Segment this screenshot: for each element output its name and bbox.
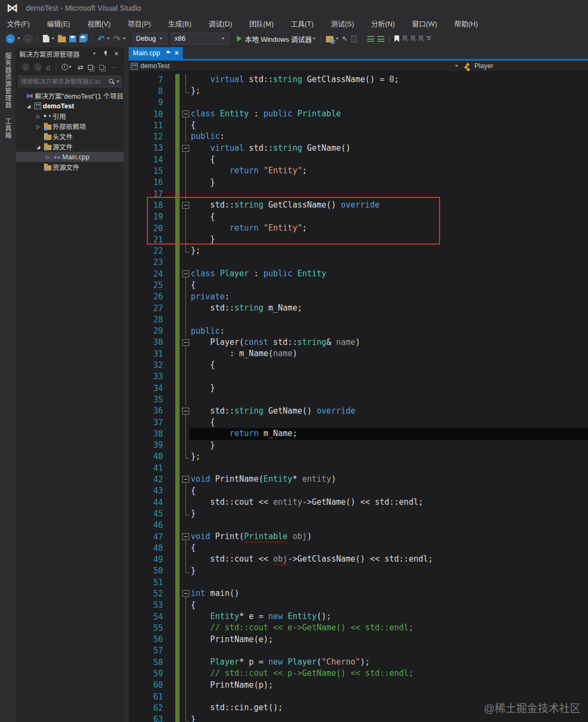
code-line-33[interactable]: 33 <box>129 371 588 382</box>
code-text[interactable]: std::cout << obj->GetClassName() << std:… <box>190 554 588 565</box>
code-line-26[interactable]: 26private: <box>129 291 588 303</box>
pin-icon[interactable] <box>166 50 171 56</box>
code-line-25[interactable]: 25{ <box>129 279 588 291</box>
code-text[interactable]: public: <box>190 131 588 142</box>
open-file-icon[interactable] <box>58 36 66 42</box>
collapsed-twisty-icon[interactable]: ▷ <box>34 124 42 129</box>
previous-bookmark-icon[interactable] <box>403 35 407 42</box>
project-scope-dropdown[interactable]: demoTest <box>129 61 460 71</box>
code-line-7[interactable]: 7 virtual std::string GetClassName() = 0… <box>129 74 588 85</box>
navigate-back-icon[interactable]: ← <box>6 34 15 43</box>
code-line-9[interactable]: 9 <box>129 97 588 108</box>
code-text[interactable]: PrintName(p); <box>190 680 588 691</box>
collapse-icon[interactable]: − <box>182 202 189 209</box>
code-line-14[interactable]: 14 { <box>129 154 588 165</box>
tree-item-source-files[interactable]: ◢源文件 <box>16 142 124 152</box>
pin-icon[interactable] <box>101 49 110 58</box>
undo-icon[interactable]: ↶ <box>98 34 105 43</box>
code-line-16[interactable]: 16 } <box>129 177 588 188</box>
code-line-15[interactable]: 15 return "Entity"; <box>129 165 588 176</box>
uncomment-selection-icon[interactable] <box>377 36 384 42</box>
code-line-42[interactable]: 42−void PrintName(Entity* entity) <box>129 474 588 485</box>
collapse-icon[interactable]: − <box>182 476 189 483</box>
code-line-34[interactable]: 34 } <box>129 382 588 394</box>
code-text[interactable]: int main() <box>190 588 588 599</box>
tree-item-main-cpp[interactable]: ▷++Main.cpp <box>16 152 124 162</box>
code-line-53[interactable]: 53{ <box>129 600 588 611</box>
save-all-icon[interactable] <box>79 35 86 42</box>
chevron-down-icon[interactable] <box>107 38 110 40</box>
code-line-57[interactable]: 57 <box>129 645 588 657</box>
code-text[interactable] <box>190 314 588 325</box>
code-line-39[interactable]: 39 } <box>129 440 588 451</box>
collapsed-twisty-icon[interactable]: ▷ <box>34 114 42 119</box>
new-file-icon[interactable] <box>43 35 49 42</box>
code-line-59[interactable]: 59 // std::cout << p->GetName() << std::… <box>129 668 588 679</box>
menu-build[interactable]: 生成(B) <box>163 17 196 30</box>
code-line-56[interactable]: 56 PrintName(e); <box>129 634 588 645</box>
comment-selection-icon[interactable] <box>367 36 374 42</box>
code-text[interactable]: private: <box>190 291 588 303</box>
paste-icon[interactable] <box>351 35 357 42</box>
code-line-18[interactable]: 18− std::string GetClassName() override <box>129 200 588 211</box>
home-icon[interactable]: ⌂ <box>46 62 50 72</box>
code-text[interactable]: } <box>190 177 588 188</box>
code-text[interactable] <box>190 577 588 588</box>
code-line-45[interactable]: 45} <box>129 508 588 519</box>
code-text[interactable] <box>190 520 588 531</box>
fold-region-start[interactable]: − <box>182 108 190 120</box>
code-text[interactable]: std::cout << entity->GetName() << std::e… <box>190 497 588 508</box>
code-line-12[interactable]: 12public: <box>129 131 588 142</box>
collapse-icon[interactable]: − <box>182 110 189 117</box>
chevron-down-icon[interactable] <box>123 38 126 40</box>
code-line-41[interactable]: 41 <box>129 462 588 474</box>
fold-region-start[interactable]: − <box>182 200 190 211</box>
code-line-23[interactable]: 23 <box>129 257 588 268</box>
code-line-55[interactable]: 55 // std::cout << e->GetName() << std::… <box>129 622 588 633</box>
menu-help[interactable]: 帮助(H) <box>449 17 482 30</box>
code-line-50[interactable]: 50} <box>129 565 588 577</box>
menu-tools[interactable]: 工具(T) <box>286 17 319 30</box>
close-icon[interactable]: × <box>112 49 121 58</box>
fold-region-start[interactable]: − <box>182 588 190 599</box>
code-line-29[interactable]: 29public: <box>129 326 588 337</box>
code-line-11[interactable]: 11{ <box>129 120 588 131</box>
redo-icon[interactable]: ↷ <box>113 34 120 43</box>
code-line-10[interactable]: 10−class Entity : public Printable <box>129 108 588 120</box>
menu-file[interactable]: 文件(F) <box>2 17 35 30</box>
code-line-32[interactable]: 32 { <box>129 359 588 371</box>
code-text[interactable] <box>190 257 588 268</box>
collapse-all-icon[interactable] <box>88 62 95 72</box>
code-text[interactable]: }; <box>190 451 588 462</box>
code-text[interactable]: Player(const std::string& name) <box>190 337 588 348</box>
navigate-to-icon[interactable]: ↖ <box>342 34 348 43</box>
code-text[interactable] <box>190 97 588 108</box>
collapse-icon[interactable]: − <box>182 339 189 346</box>
fold-region-start[interactable]: − <box>182 406 190 417</box>
code-text[interactable]: { <box>190 417 588 428</box>
collapsed-twisty-icon[interactable]: ▷ <box>44 154 52 160</box>
code-text[interactable]: class Entity : public Printable <box>190 108 588 120</box>
code-line-35[interactable]: 35 <box>129 394 588 405</box>
tab-main-cpp[interactable]: Main.cpp × <box>129 47 183 59</box>
code-text[interactable]: } <box>190 565 588 577</box>
changes-filter-icon[interactable] <box>62 62 73 72</box>
solution-explorer-title-bar[interactable]: 解决方案资源管理器 ⋯⋯ × <box>16 47 124 60</box>
collapse-icon[interactable]: − <box>182 270 189 277</box>
tree-item-references[interactable]: ▷引用 <box>16 111 124 121</box>
menu-window[interactable]: 窗口(W) <box>407 17 442 30</box>
code-line-47[interactable]: 47−void Print(Printable obj) <box>129 531 588 542</box>
code-line-49[interactable]: 49 std::cout << obj->GetClassName() << s… <box>129 554 588 565</box>
code-line-17[interactable]: 17 <box>129 188 588 200</box>
code-text[interactable] <box>190 462 588 474</box>
code-line-51[interactable]: 51 <box>129 577 588 588</box>
fold-region-start[interactable]: − <box>182 143 190 154</box>
code-line-46[interactable]: 46 <box>129 520 588 531</box>
menu-analyze[interactable]: 分析(N) <box>366 17 399 30</box>
close-icon[interactable]: × <box>175 50 179 56</box>
code-text[interactable]: return "Entity"; <box>190 165 588 176</box>
code-text[interactable]: // std::cout << p->GetName() << std::end… <box>190 668 588 679</box>
code-line-38[interactable]: 38 return m_Name; <box>129 428 588 439</box>
member-scope-dropdown[interactable]: Player <box>460 61 588 71</box>
tree-item-header-files[interactable]: 头文件 <box>16 131 124 142</box>
